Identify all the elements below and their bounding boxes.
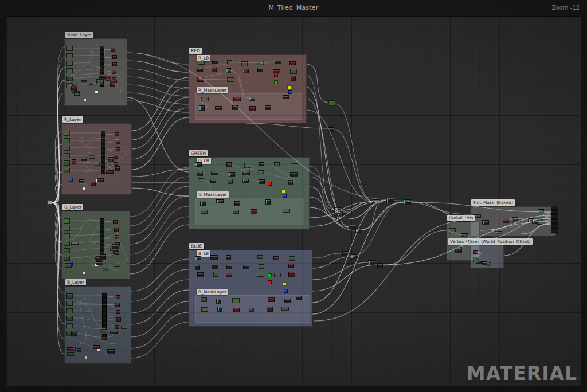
texture-sample-node[interactable] [64, 241, 70, 246]
texture-sample-node[interactable] [201, 97, 209, 101]
comment-label-blue[interactable]: BLUE [189, 243, 204, 249]
graph-node[interactable] [100, 254, 106, 260]
graph-node[interactable] [482, 220, 489, 225]
texture-sample-node[interactable] [289, 256, 295, 261]
graph-node[interactable] [229, 172, 235, 177]
graph-node[interactable] [116, 317, 121, 322]
texture-sample-node[interactable] [241, 61, 248, 66]
graph-node[interactable] [212, 68, 217, 72]
graph-node[interactable] [115, 325, 119, 329]
graph-node[interactable] [257, 68, 263, 72]
color-constant-node[interactable] [84, 356, 88, 359]
texture-sample-node[interactable] [64, 233, 70, 238]
texture-sample-node[interactable] [198, 61, 205, 65]
graph-node[interactable] [226, 162, 232, 167]
graph-node[interactable] [538, 209, 544, 213]
comment-label-global-uvs[interactable]: Global_UVs [447, 215, 475, 221]
graph-node[interactable] [369, 260, 375, 265]
graph-node[interactable] [288, 180, 293, 185]
color-constant-node[interactable] [283, 194, 287, 198]
texture-sample-node[interactable] [201, 307, 208, 312]
graph-node[interactable] [115, 132, 119, 136]
graph-node[interactable] [79, 179, 84, 183]
texture-sample-node[interactable] [257, 272, 264, 277]
graph-node[interactable] [71, 331, 77, 336]
graph-node[interactable] [106, 170, 114, 174]
graph-node[interactable] [101, 336, 107, 340]
texture-sample-node[interactable] [233, 210, 239, 214]
texture-sample-node[interactable] [67, 352, 74, 356]
texture-sample-node[interactable] [198, 178, 204, 182]
texture-sample-node[interactable] [259, 264, 264, 269]
color-constant-node[interactable] [274, 80, 278, 84]
graph-node[interactable] [268, 297, 275, 302]
texture-sample-node[interactable] [244, 163, 251, 168]
texture-sample-node[interactable] [121, 326, 127, 329]
comment-label-r-masklayer[interactable]: R_MaskLayer [197, 87, 228, 93]
graph-node[interactable] [115, 235, 119, 239]
texture-sample-node[interactable] [227, 60, 232, 64]
texture-sample-node[interactable] [66, 301, 73, 306]
graph-node[interactable] [244, 69, 249, 73]
texture-sample-node[interactable] [64, 160, 70, 166]
color-constant-node[interactable] [95, 90, 99, 94]
texture-sample-node[interactable] [449, 228, 456, 232]
texture-sample-node[interactable] [64, 131, 70, 136]
graph-node[interactable] [212, 60, 218, 64]
graph-node[interactable] [97, 178, 104, 182]
texture-sample-node[interactable] [328, 100, 335, 106]
texture-sample-node[interactable] [457, 247, 462, 251]
texture-sample-node[interactable] [96, 79, 103, 84]
graph-node[interactable] [199, 105, 205, 111]
texture-sample-node[interactable] [95, 162, 100, 166]
texture-sample-node[interactable] [66, 76, 73, 81]
graph-node[interactable] [288, 264, 294, 268]
graph-node[interactable] [226, 273, 232, 277]
graph-node[interactable] [386, 198, 394, 203]
comment-label-red[interactable]: RED [189, 48, 202, 54]
texture-sample-node[interactable] [228, 179, 233, 184]
graph-node[interactable] [373, 199, 379, 205]
graph-node[interactable] [349, 225, 355, 230]
graph-node[interactable] [210, 179, 216, 183]
graph-node[interactable] [91, 182, 96, 186]
color-constant-node[interactable] [287, 85, 291, 89]
graph-node[interactable] [342, 251, 349, 256]
graph-node[interactable] [197, 68, 203, 72]
comment-label-vertex-offset-world-position-offset-[interactable]: Vertex_Offset_(World_Position_Offset) [448, 238, 533, 245]
texture-sample-node[interactable] [66, 293, 73, 299]
graph-node[interactable] [232, 105, 238, 110]
graph-node[interactable] [116, 310, 120, 314]
texture-sample-node[interactable] [74, 92, 80, 96]
color-constant-node[interactable] [83, 98, 87, 101]
graph-node[interactable] [89, 81, 93, 85]
texture-sample-node[interactable] [257, 255, 263, 259]
graph-node[interactable] [111, 48, 115, 52]
color-constant-node[interactable] [281, 189, 285, 193]
graph-node[interactable] [532, 219, 538, 224]
graph-node[interactable] [249, 106, 256, 111]
comment-label-r-layer[interactable]: R_Layer [62, 116, 83, 123]
texture-sample-node[interactable] [65, 263, 72, 268]
texture-sample-node[interactable] [66, 316, 73, 321]
reroute-stack-node[interactable] [100, 218, 104, 259]
graph-node[interactable] [112, 244, 119, 249]
texture-sample-node[interactable] [495, 231, 502, 234]
texture-sample-node[interactable] [291, 163, 298, 168]
graph-node[interactable] [259, 179, 265, 184]
graph-node[interactable] [265, 199, 271, 205]
texture-sample-node[interactable] [103, 266, 108, 271]
graph-node[interactable] [112, 62, 117, 66]
graph-node[interactable] [482, 261, 487, 265]
graph-node[interactable] [242, 179, 249, 183]
texture-sample-node[interactable] [274, 162, 280, 166]
graph-node[interactable] [210, 255, 218, 260]
texture-sample-node[interactable] [89, 155, 95, 159]
comment-label-tint-mask-baked-[interactable]: Tint_Mask_(Baked) [471, 199, 515, 206]
color-constant-node[interactable] [82, 271, 85, 275]
graph-node[interactable] [215, 106, 222, 110]
graph-node[interactable] [267, 307, 273, 312]
graph-node[interactable] [71, 242, 79, 245]
texture-sample-node[interactable] [290, 69, 297, 74]
graph-node[interactable] [110, 331, 118, 334]
